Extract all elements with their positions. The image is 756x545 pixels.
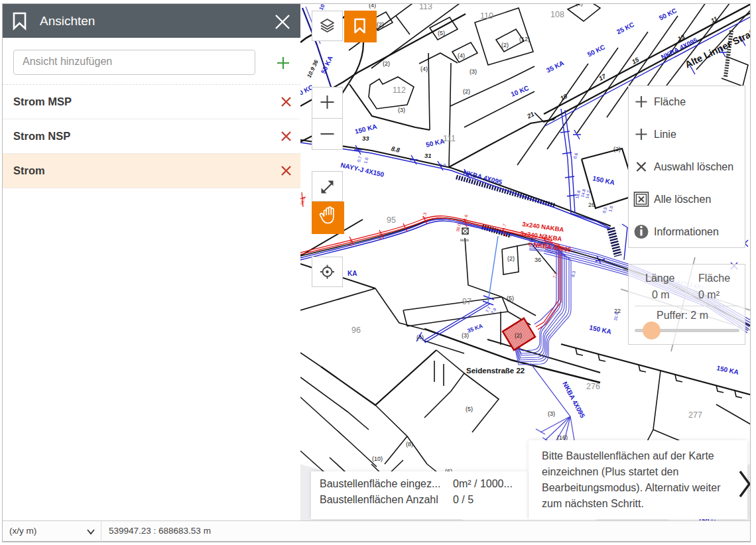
svg-text:(4): (4) [458,52,465,59]
svg-text:(4): (4) [369,4,376,9]
svg-text:31: 31 [424,152,432,159]
svg-text:(12): (12) [519,36,530,42]
svg-text:(3): (3) [398,107,405,113]
svg-text:(2): (2) [383,60,390,67]
svg-text:(3): (3) [548,410,555,417]
svg-text:(2): (2) [576,4,583,7]
svg-text:Seidenstraße 22: Seidenstraße 22 [466,367,525,375]
svg-text:111: 111 [443,134,456,143]
svg-text:96: 96 [351,326,361,335]
svg-text:95: 95 [387,215,396,225]
svg-text:97: 97 [462,297,472,306]
svg-text:(5): (5) [438,30,445,36]
svg-text:(4): (4) [416,334,424,341]
svg-text:5.0: 5.0 [440,163,446,168]
svg-text:26: 26 [588,202,595,208]
svg-text:(2): (2) [613,146,621,152]
svg-text:110: 110 [480,11,493,21]
svg-text:(2): (2) [507,255,515,262]
svg-text:(2): (2) [463,88,470,95]
svg-text:kknds: kknds [460,238,470,242]
svg-text:36: 36 [535,257,541,263]
svg-text:113: 113 [419,4,432,11]
svg-text:(5): (5) [507,295,514,302]
svg-text:(3): (3) [470,68,477,75]
svg-text:(4): (4) [420,66,428,72]
svg-text:112: 112 [393,86,406,95]
svg-text:(2): (2) [515,332,522,339]
svg-text:277: 277 [688,410,702,420]
svg-text:(8): (8) [406,441,413,448]
svg-text:(2): (2) [501,42,509,48]
svg-text:(5): (5) [466,406,473,412]
svg-text:276: 276 [586,382,600,391]
svg-text:(10): (10) [372,455,383,462]
svg-text:108: 108 [550,10,564,19]
